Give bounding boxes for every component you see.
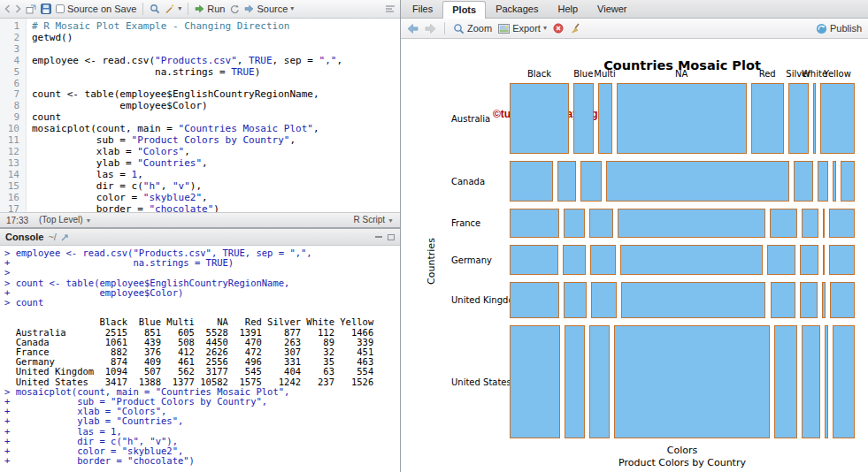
- tab-files[interactable]: Files: [403, 0, 442, 18]
- console-line: + na.strings = TRUE): [4, 258, 400, 268]
- mosaic-cell: [833, 161, 836, 202]
- mosaic-cell: [820, 83, 855, 154]
- mosaic-cell: [591, 282, 617, 318]
- y-axis-label-text: Countries: [426, 238, 437, 285]
- toolbar-separator: [188, 3, 188, 15]
- mosaic-cell: [774, 325, 797, 438]
- dropdown-icon: ▾: [290, 5, 294, 12]
- back-icon[interactable]: [4, 4, 11, 13]
- search-icon[interactable]: [150, 4, 160, 14]
- mosaic-cell: [788, 83, 809, 154]
- mosaic-col-label: Red: [759, 69, 776, 79]
- mosaic-cell: [802, 325, 820, 438]
- code-line: na.strings = TRUE): [32, 67, 400, 79]
- line-number: 13: [0, 158, 19, 170]
- mosaic-cell: [617, 83, 747, 154]
- mosaic-cell: [833, 325, 855, 438]
- console-line: >: [4, 268, 400, 278]
- mosaic-col-label: Multi: [594, 69, 615, 79]
- source-on-save-checkbox[interactable]: Source on Save: [56, 4, 136, 14]
- clear-plots-broom-icon[interactable]: [570, 23, 581, 34]
- file-type-selector[interactable]: R Script ▼: [354, 216, 395, 225]
- mosaic-row-label: Germany: [451, 255, 492, 264]
- console-line: + border = "chocolate"): [4, 456, 400, 466]
- run-label: Run: [207, 4, 225, 14]
- mosaic-cell: [510, 161, 553, 202]
- mosaic-cell: [564, 209, 585, 238]
- checkbox-icon[interactable]: [56, 4, 65, 13]
- chevron-down-icon: ▼: [388, 217, 394, 224]
- chevron-down-icon: ▼: [86, 217, 92, 224]
- export-button[interactable]: Export ▾: [498, 24, 547, 34]
- line-number: 3: [0, 44, 19, 56]
- mosaic-cell: [767, 245, 795, 275]
- mosaic-cell: [830, 282, 855, 318]
- tab-packages[interactable]: Packages: [486, 0, 548, 18]
- rerun-icon[interactable]: [229, 4, 240, 14]
- mosaic-cell: [557, 161, 575, 202]
- mosaic-cell: [621, 282, 765, 318]
- tab-plots[interactable]: Plots: [442, 1, 486, 19]
- tab-viewer[interactable]: Viewer: [588, 0, 636, 18]
- plot-subtitle: Product Colors by Country: [510, 457, 855, 468]
- mosaic-cell: [618, 209, 766, 238]
- mosaic-cell: [751, 83, 784, 154]
- previous-plot-icon[interactable]: [407, 24, 419, 34]
- publish-label: Publish: [830, 24, 862, 34]
- mosaic-cell: [829, 245, 855, 275]
- next-plot-icon[interactable]: [425, 24, 436, 34]
- mosaic-cell: [813, 83, 816, 154]
- run-button[interactable]: Run: [195, 4, 225, 14]
- zoom-label: Zoom: [467, 24, 492, 34]
- popout-window-icon[interactable]: [26, 4, 36, 14]
- tab-help[interactable]: Help: [548, 0, 588, 18]
- console-header: Console ~/: [0, 229, 400, 246]
- document-outline-icon[interactable]: [385, 4, 396, 13]
- popout-console-icon[interactable]: [61, 233, 69, 241]
- editor-status-bar: 17:33 (Top Level) ▼ R Script ▼: [0, 212, 400, 227]
- save-icon[interactable]: [41, 4, 51, 14]
- left-column: Source on Save ▾ Run: [0, 0, 400, 472]
- maximize-icon[interactable]: [388, 234, 395, 240]
- source-button[interactable]: Source ▾: [244, 4, 294, 14]
- console-output[interactable]: > employee <- read.csv("Products.csv", T…: [0, 246, 400, 472]
- plots-tabbar: FilesPlotsPackagesHelpViewer: [401, 0, 868, 19]
- console-line: + employee$Color): [4, 288, 400, 298]
- x-axis-label: Colors: [510, 445, 855, 456]
- zoom-button[interactable]: Zoom: [453, 23, 492, 34]
- publish-button[interactable]: Publish: [816, 23, 862, 34]
- dropdown-icon: ▾: [178, 5, 181, 12]
- editor-code[interactable]: # R Mosaic Plot Example - Changing Direc…: [27, 19, 400, 212]
- mosaic-row-label: United States: [451, 377, 511, 387]
- mosaic-col-label: Blue: [573, 69, 593, 79]
- remove-plot-icon[interactable]: [553, 23, 564, 34]
- mosaic-cell: [823, 245, 825, 275]
- mosaic-row-label: France: [451, 218, 480, 228]
- mosaic-cell: [510, 209, 559, 238]
- mosaic-cell: [770, 209, 796, 238]
- file-type-label: R Script: [354, 216, 386, 225]
- minimize-icon[interactable]: [375, 236, 382, 238]
- mosaic-cell: [564, 282, 587, 318]
- code-editor[interactable]: 1234567891011121314151617 # R Mosaic Plo…: [0, 19, 400, 212]
- scope-label: (Top Level): [39, 216, 82, 225]
- scope-selector[interactable]: (Top Level) ▼: [39, 216, 91, 225]
- plot-display-area: Countries Mosaic Plot ©tutorialgateway.o…: [401, 39, 868, 472]
- line-number: 1: [0, 21, 19, 33]
- console-line: Black Blue Multi NA Red Silver White Yel…: [4, 317, 400, 327]
- export-label: Export: [512, 24, 541, 34]
- forward-icon[interactable]: [15, 4, 21, 13]
- mosaic-cell: [510, 325, 560, 438]
- magic-wand-icon[interactable]: ▾: [165, 4, 181, 14]
- dropdown-icon: ▾: [543, 25, 547, 32]
- mosaic-cell: [580, 161, 602, 202]
- mosaic-cell: [818, 161, 828, 202]
- mosaic-cell: [510, 245, 558, 275]
- mosaic-col-label: Yellow: [824, 69, 851, 79]
- mosaic-row-labels: AustraliaCanadaFranceGermanyUnited Kingd…: [451, 83, 508, 438]
- mosaic-col-labels: BlackBlueMultiNARedSilverWhiteYellow: [510, 69, 855, 80]
- source-editor-pane: Source on Save ▾ Run: [0, 0, 400, 229]
- mosaic-cell: [573, 83, 594, 154]
- toolbar-separator: [142, 3, 143, 15]
- mosaic-cell: [563, 245, 586, 275]
